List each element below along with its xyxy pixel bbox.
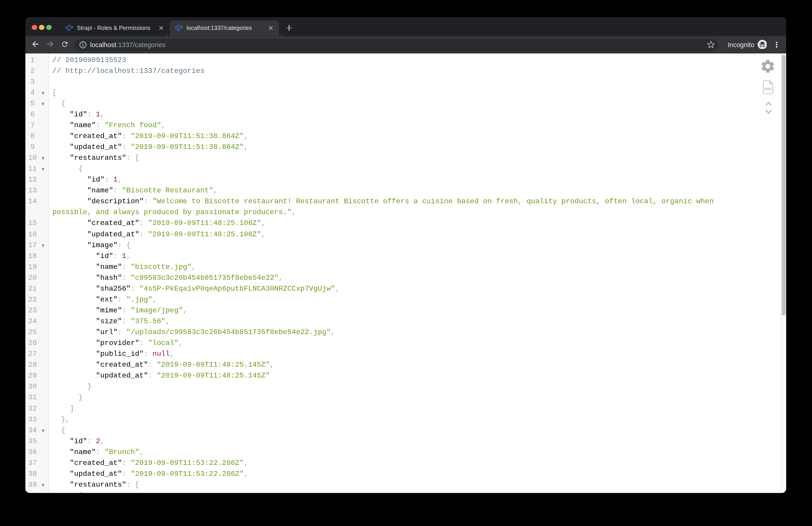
svg-text:RAW: RAW (765, 87, 772, 91)
